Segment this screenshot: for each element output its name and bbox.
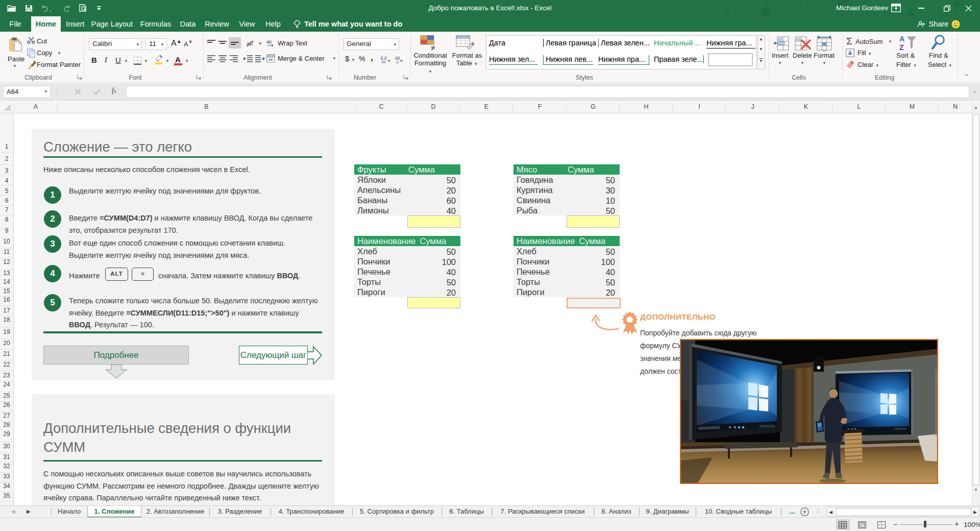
svg-text:ab: ab: [247, 40, 253, 46]
svg-text:.00: .00: [381, 60, 386, 63]
svg-text:ab: ab: [266, 39, 272, 44]
svg-text:Z: Z: [899, 43, 904, 51]
svg-text:.0: .0: [396, 60, 399, 63]
svg-text:≠: ≠: [431, 43, 435, 51]
svg-text:A: A: [899, 35, 904, 43]
